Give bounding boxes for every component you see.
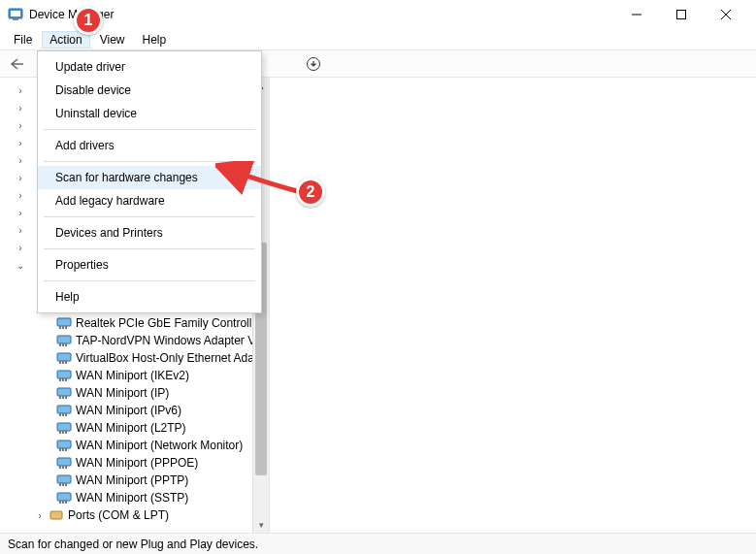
chevron-right-icon: › (14, 155, 27, 166)
svg-rect-48 (59, 466, 61, 469)
menu-separator (44, 248, 255, 249)
menu-help[interactable]: Help (135, 31, 175, 49)
window-controls (614, 0, 748, 29)
chevron-right-icon: › (14, 208, 27, 218)
svg-rect-21 (62, 343, 64, 346)
device-label: WAN Miniport (Network Monitor) (76, 439, 243, 452)
svg-rect-45 (62, 448, 64, 451)
chevron-right-icon: › (14, 120, 27, 131)
svg-rect-38 (65, 413, 67, 416)
menu-separator (44, 216, 255, 217)
svg-rect-19 (57, 336, 71, 343)
close-button[interactable] (704, 0, 748, 29)
device-label: WAN Miniport (PPPOE) (76, 456, 198, 470)
category-label: Ports (COM & LPT) (68, 508, 169, 522)
device-label: WAN Miniport (IKEv2) (76, 369, 189, 382)
network-adapter-icon (56, 403, 72, 418)
menu-help[interactable]: Help (38, 285, 261, 309)
svg-rect-43 (57, 440, 71, 448)
device-label: VirtualBox Host-Only Ethernet Adapter (76, 351, 270, 365)
menu-uninstall-device[interactable]: Uninstall device (38, 102, 261, 125)
network-adapter-icon (56, 473, 72, 488)
svg-rect-20 (59, 343, 61, 346)
menu-add-drivers[interactable]: Add drivers (38, 134, 261, 157)
svg-rect-47 (57, 458, 71, 466)
scroll-down-icon[interactable]: ▾ (253, 516, 269, 533)
tree-row[interactable]: WAN Miniport (PPPOE) (0, 454, 269, 472)
svg-rect-32 (59, 396, 61, 399)
svg-rect-28 (59, 378, 61, 381)
svg-rect-36 (59, 413, 61, 416)
tree-row[interactable]: WAN Miniport (Network Monitor) (0, 437, 269, 454)
svg-rect-26 (65, 361, 67, 364)
back-button[interactable] (6, 53, 29, 75)
svg-rect-56 (59, 501, 61, 504)
chevron-right-icon: › (14, 225, 27, 236)
network-adapter-icon (56, 438, 72, 453)
svg-rect-1 (11, 11, 20, 16)
menu-file[interactable]: File (6, 31, 40, 49)
annotation-badge-2: 2 (296, 178, 325, 207)
maximize-button[interactable] (659, 0, 704, 29)
menu-properties[interactable]: Properties (38, 253, 261, 277)
tree-row[interactable]: WAN Miniport (IPv6) (0, 402, 269, 419)
tree-row[interactable]: WAN Miniport (PPTP) (0, 472, 269, 489)
svg-rect-52 (59, 483, 61, 486)
menu-devices-printers[interactable]: Devices and Printers (38, 221, 261, 244)
svg-rect-39 (57, 423, 71, 431)
svg-rect-55 (57, 493, 71, 501)
svg-rect-22 (65, 343, 67, 346)
menu-disable-device[interactable]: Disable device (38, 79, 261, 102)
network-adapter-icon (56, 315, 72, 331)
tree-row-category[interactable]: › Ports (COM & LPT) (0, 506, 269, 524)
svg-rect-58 (65, 501, 67, 504)
svg-rect-59 (50, 511, 62, 519)
minimize-button[interactable] (614, 0, 659, 29)
svg-rect-30 (65, 378, 67, 381)
device-label: WAN Miniport (IP) (76, 386, 169, 400)
svg-rect-27 (57, 371, 71, 378)
svg-line-6 (721, 10, 731, 19)
tree-row[interactable]: VirtualBox Host-Only Ethernet Adapter (0, 349, 269, 367)
tree-row[interactable]: Realtek PCIe GbE Family Controller #2 (0, 314, 269, 332)
svg-rect-37 (62, 413, 64, 416)
svg-rect-41 (62, 431, 64, 434)
svg-rect-57 (62, 501, 64, 504)
svg-rect-2 (13, 18, 18, 20)
device-label: TAP-NordVPN Windows Adapter V9 (76, 334, 262, 347)
svg-rect-51 (57, 475, 71, 483)
network-adapter-icon (56, 420, 72, 436)
network-adapter-icon (56, 385, 72, 401)
chevron-right-icon: › (14, 103, 27, 114)
tree-row[interactable]: WAN Miniport (IP) (0, 384, 269, 402)
svg-rect-18 (65, 326, 67, 329)
scan-hardware-icon[interactable] (302, 53, 325, 75)
tree-row[interactable]: WAN Miniport (SSTP) (0, 489, 269, 506)
tree-row[interactable]: WAN Miniport (IKEv2) (0, 367, 269, 384)
svg-rect-15 (57, 318, 71, 326)
menu-view[interactable]: View (92, 31, 133, 49)
network-adapter-icon (56, 490, 72, 505)
chevron-right-icon: › (14, 85, 27, 96)
tree-row[interactable]: WAN Miniport (L2TP) (0, 419, 269, 437)
svg-rect-4 (677, 11, 686, 19)
app-icon (8, 7, 23, 22)
annotation-arrow (215, 161, 305, 200)
network-adapter-icon (56, 350, 72, 366)
svg-rect-17 (62, 326, 64, 329)
svg-rect-25 (62, 361, 64, 364)
svg-rect-31 (57, 388, 71, 396)
chevron-down-icon: ⌄ (14, 260, 27, 271)
device-label: WAN Miniport (SSTP) (76, 491, 188, 505)
tree-row[interactable]: TAP-NordVPN Windows Adapter V9 (0, 332, 269, 349)
titlebar: Device Manager (0, 0, 756, 29)
status-text: Scan for changed or new Plug and Play de… (8, 538, 258, 551)
menubar: File Action View Help (0, 29, 756, 50)
svg-rect-33 (62, 396, 64, 399)
svg-rect-16 (59, 326, 61, 329)
network-adapter-icon (56, 333, 72, 348)
svg-rect-40 (59, 431, 61, 434)
svg-rect-49 (62, 466, 64, 469)
chevron-right-icon: › (33, 510, 47, 521)
menu-update-driver[interactable]: Update driver (38, 55, 261, 79)
